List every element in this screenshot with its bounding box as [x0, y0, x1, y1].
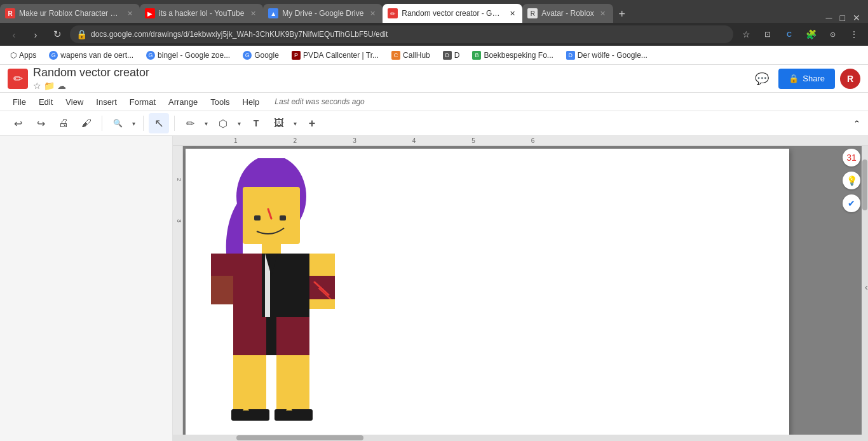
comment-button[interactable]: 💬: [750, 67, 773, 90]
tab-bar: R Make ur Roblox Character an A ✕ ▶ its …: [0, 0, 868, 23]
svg-rect-1: [243, 187, 300, 244]
forward-button[interactable]: ›: [27, 25, 44, 43]
paint-format-button[interactable]: 🖌: [76, 113, 97, 133]
tab-close-roblox[interactable]: ✕: [125, 8, 135, 18]
menu-button[interactable]: ⋮: [845, 25, 863, 43]
google-account-button[interactable]: C: [780, 25, 798, 43]
tab-close-drawings[interactable]: ✕: [507, 8, 517, 18]
tab-title-avatar: Avatar - Roblox: [541, 9, 593, 18]
tab-favicon-drive: ▲: [268, 8, 278, 18]
apps-grid-icon: ⬡: [10, 51, 17, 60]
image-tool-button[interactable]: 🖼: [269, 113, 289, 133]
lock-share-icon: 🔒: [789, 74, 799, 83]
bookmark-callhub-label: CallHub: [403, 51, 430, 60]
scrollbar-horizontal[interactable]: [173, 435, 868, 441]
close-button[interactable]: ✕: [853, 13, 860, 23]
last-edit-status: Last edit was seconds ago: [275, 97, 364, 106]
text-box-button[interactable]: T: [246, 113, 266, 133]
select-tool-button[interactable]: ↖: [149, 113, 169, 133]
shape-chevron[interactable]: ▾: [234, 113, 243, 133]
bookmark-bingel-label: bingel - Google zoe...: [158, 51, 230, 60]
move-to-folder-icon[interactable]: 📁: [44, 81, 55, 91]
app-header: ✏ Random vector creator ☆ 📁 ☁ 💬 🔒 Share …: [0, 65, 868, 93]
calendar-side-icon[interactable]: 31: [843, 149, 860, 166]
menu-help[interactable]: Help: [238, 96, 265, 108]
tab-favicon-avatar: R: [527, 8, 538, 18]
tab-close-youtube[interactable]: ✕: [248, 8, 258, 18]
scrollbar-vertical[interactable]: [862, 146, 868, 441]
minimize-button[interactable]: ─: [826, 13, 832, 23]
bookmark-wolfe[interactable]: D Der wölfe - Google...: [561, 50, 653, 61]
image-chevron[interactable]: ▾: [290, 113, 299, 133]
ruler-v-mark-2: 2: [173, 178, 182, 181]
menu-arrange[interactable]: Arrange: [163, 96, 203, 108]
shape-tool-button[interactable]: ⬡: [213, 113, 233, 133]
pen-chevron[interactable]: ▾: [201, 113, 210, 133]
lightbulb-side-icon[interactable]: 💡: [843, 172, 860, 189]
extensions-button[interactable]: 🧩: [802, 25, 820, 43]
bookmark-callhub[interactable]: C CallHub: [386, 50, 435, 61]
bookmark-pvda-favicon: P: [292, 51, 301, 60]
bookmark-bingel[interactable]: G bingel - Google zoe...: [141, 50, 235, 61]
share-button[interactable]: 🔒 Share: [778, 69, 835, 89]
side-panel-icons: 31 💡 ✔: [843, 149, 860, 212]
tab-drawings[interactable]: ✏ Random vector creator - Goo… ✕: [383, 4, 522, 23]
back-button[interactable]: ‹: [5, 25, 23, 43]
bookmark-google-favicon: G: [243, 51, 252, 60]
tab-close-drive[interactable]: ✕: [367, 8, 377, 18]
canvas-area[interactable]: 1 2 3 4 5 6 2 3: [173, 136, 868, 441]
tab-youtube[interactable]: ▶ its a hacker lol - YouTube ✕: [140, 4, 263, 23]
tab-title-youtube: its a hacker lol - YouTube: [159, 9, 244, 18]
drawing-canvas[interactable]: [186, 149, 789, 435]
new-tab-button[interactable]: +: [613, 5, 631, 23]
star-button[interactable]: ☆: [737, 25, 755, 43]
bookmark-pvda[interactable]: P PVDA Callcenter | Tr...: [287, 50, 384, 61]
menu-tools[interactable]: Tools: [205, 96, 234, 108]
zoom-out-button[interactable]: 🔍: [107, 113, 128, 133]
bookmark-wapens[interactable]: G wapens van de oert...: [44, 50, 139, 61]
bookmark-wapens-label: wapens van de oert...: [60, 51, 133, 60]
undo-button[interactable]: ↩: [8, 113, 28, 133]
expand-panel-button[interactable]: ›: [865, 283, 868, 294]
menu-file[interactable]: File: [8, 96, 31, 108]
menu-view[interactable]: View: [60, 96, 88, 108]
app-title-area: Random vector creator ☆ 📁 ☁: [33, 66, 149, 91]
bookmark-google[interactable]: G Google: [238, 50, 284, 61]
svg-rect-5: [262, 244, 281, 254]
tab-favicon-roblox: R: [5, 8, 15, 18]
menu-edit[interactable]: Edit: [34, 96, 58, 108]
add-tool-button[interactable]: +: [302, 113, 322, 133]
tab-avatar[interactable]: R Avatar - Roblox ✕: [522, 4, 613, 23]
print-button[interactable]: 🖨: [53, 113, 74, 133]
bookmark-boekbespeking[interactable]: B Boekbespeking Fo...: [467, 50, 558, 61]
zoom-chevron[interactable]: ▾: [129, 113, 138, 133]
bookmark-d-favicon: D: [443, 51, 452, 60]
reload-button[interactable]: ↻: [48, 25, 66, 43]
bookmark-wolfe-favicon: D: [566, 51, 575, 60]
profile-button[interactable]: ⊙: [824, 25, 841, 43]
collections-button[interactable]: ⊡: [759, 25, 776, 43]
ruler-vertical: 2 3: [173, 146, 183, 441]
scrollbar-thumb-vertical[interactable]: [862, 159, 867, 210]
svg-rect-20: [231, 409, 269, 421]
url-bar[interactable]: 🔒 docs.google.com/drawings/d/1ekbwxiyj5j…: [70, 25, 733, 43]
user-avatar[interactable]: R: [840, 69, 860, 89]
svg-rect-15: [309, 299, 335, 309]
bookmark-apps[interactable]: ⬡ Apps: [5, 50, 41, 61]
pen-tool-button[interactable]: ✏: [180, 113, 200, 133]
redo-button[interactable]: ↪: [31, 113, 51, 133]
tab-roblox[interactable]: R Make ur Roblox Character an A ✕: [0, 4, 140, 23]
bookmark-wapens-favicon: G: [49, 51, 58, 60]
tab-close-avatar[interactable]: ✕: [598, 8, 608, 18]
toolbar-right-collapse[interactable]: ⌃: [853, 119, 860, 128]
scrollbar-thumb-horizontal[interactable]: [236, 435, 363, 440]
tab-drive[interactable]: ▲ My Drive - Google Drive ✕: [263, 4, 383, 23]
maximize-button[interactable]: □: [840, 13, 845, 23]
star-icon[interactable]: ☆: [33, 81, 41, 91]
tasks-side-icon[interactable]: ✔: [843, 194, 860, 212]
app-container: ✏ Random vector creator ☆ 📁 ☁ 💬 🔒 Share …: [0, 65, 868, 441]
menu-format[interactable]: Format: [125, 96, 161, 108]
menu-insert[interactable]: Insert: [91, 96, 122, 108]
bookmark-callhub-favicon: C: [391, 51, 400, 60]
bookmark-d[interactable]: D D: [438, 50, 465, 61]
